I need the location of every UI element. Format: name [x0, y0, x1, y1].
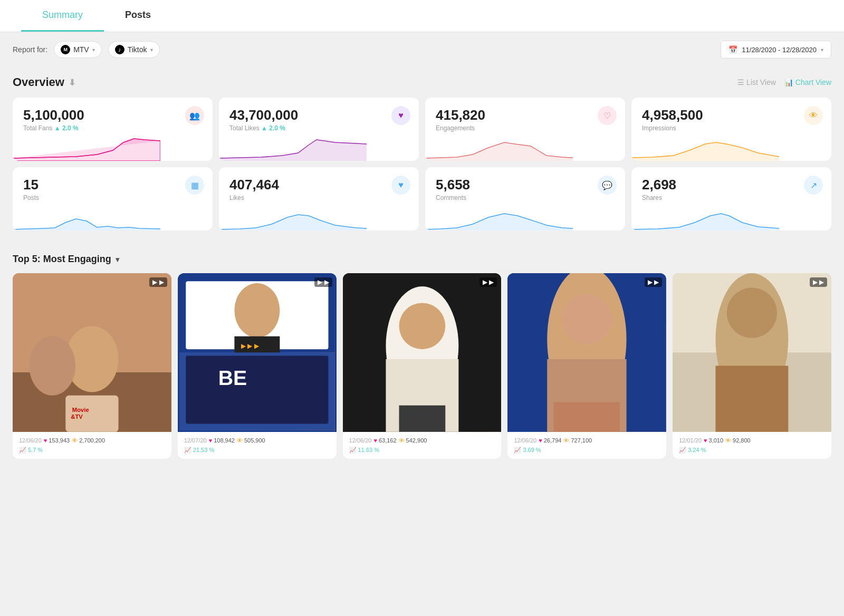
post-date-2: 12/07/20 [184, 437, 207, 444]
svg-rect-15 [199, 394, 315, 414]
post-views-4: 👁 727,100 [563, 437, 592, 444]
svg-text:Movie: Movie [72, 407, 89, 413]
post-image-4: ▶ ▶ [507, 273, 666, 432]
post-date-5: 12/01/20 [679, 437, 702, 444]
likes-label: Likes [229, 194, 408, 201]
date-range-label: 11/28/2020 - 12/28/2020 [742, 46, 817, 54]
post-growth-5: 📈 3.24 % [679, 447, 825, 454]
post-image-3: ▶ ▶ [343, 273, 502, 432]
top5-title: Top 5: Most Engaging [13, 254, 111, 265]
post-card-3[interactable]: ▶ ▶ 12/06/20 ♥ 63,162 👁 542,900 📈 11.63 … [343, 273, 502, 459]
post-likes-5: ♥ 3,010 [704, 437, 723, 444]
view-toggle: ☰ List View 📊 Chart View [737, 78, 831, 86]
post-thumbnail-4 [507, 273, 666, 432]
stat-card-posts: ▦ 15 Posts [13, 167, 213, 230]
shares-label: Shares [642, 194, 821, 201]
post-date-3: 12/06/20 [349, 437, 372, 444]
post-image-2: ▶ ▶ ▶ BE ▶ ▶ [178, 273, 337, 432]
fans-label: Total Fans ▲ 2.0 % [23, 124, 202, 132]
video-icon-4: ▶ ▶ [645, 277, 662, 287]
post-thumbnail-5 [673, 273, 831, 432]
svg-point-29 [727, 288, 777, 338]
post-growth-2: 📈 21.53 % [184, 447, 330, 454]
top5-dropdown-icon[interactable]: ▾ [116, 255, 119, 264]
engagements-label: Engagements [436, 124, 615, 132]
post-stats-2: 12/07/20 ♥ 108,942 👁 505,900 📈 21.53 % [178, 432, 337, 459]
posts-label: Posts [23, 194, 202, 201]
impressions-value: 4,958,500 [642, 107, 821, 123]
post-views-2: 👁 505,900 [237, 437, 265, 444]
list-icon: ☰ [737, 78, 744, 86]
post-growth-4: 📈 3.69 % [514, 447, 660, 454]
channel-dropdown[interactable]: M MTV ▾ [54, 41, 102, 58]
stat-card-likes: ♥ 407,464 Likes [219, 167, 419, 230]
post-thumbnail-1: Movie &TV [13, 273, 171, 432]
shares-icon: ↗ [804, 176, 823, 195]
post-stats-1: 12/06/20 ♥ 153,943 👁 2,700,200 📈 5.7 % [13, 432, 171, 459]
platform-dropdown[interactable]: ♪ Tiktok ▾ [108, 41, 160, 58]
stat-card-fans: 👥 5,100,000 Total Fans ▲ 2.0 % [13, 98, 213, 161]
stat-card-total-likes: ♥ 43,700,000 Total Likes ▲ 2.0 % [219, 98, 419, 161]
tab-summary[interactable]: Summary [21, 0, 104, 32]
chevron-down-icon-2: ▾ [150, 47, 153, 53]
post-thumbnail-3 [343, 273, 502, 432]
svg-point-3 [29, 336, 75, 396]
post-likes-4: ♥ 26,794 [539, 437, 561, 444]
date-range-button[interactable]: 📅 11/28/2020 - 12/28/2020 ▾ [721, 41, 831, 59]
chart-view-toggle[interactable]: 📊 Chart View [784, 78, 831, 86]
overview-header: Overview ⬇ ☰ List View 📊 Chart View [13, 75, 831, 89]
comments-value: 5,658 [436, 177, 615, 193]
top-tabs: Summary Posts [0, 0, 844, 32]
tab-posts[interactable]: Posts [104, 0, 172, 32]
impressions-icon: 👁 [804, 106, 823, 125]
post-card-4[interactable]: ▶ ▶ 12/06/20 ♥ 26,794 👁 727,100 📈 3.69 % [507, 273, 666, 459]
stat-card-shares: ↗ 2,698 Shares [631, 167, 831, 230]
post-stats-5: 12/01/20 ♥ 3,010 👁 92,800 📈 3.24 % [673, 432, 831, 459]
post-likes-2: ♥ 108,942 [209, 437, 235, 444]
post-stats-3: 12/06/20 ♥ 63,162 👁 542,900 📈 11.63 % [343, 432, 502, 459]
impressions-label: Impressions [642, 124, 821, 132]
post-card-2[interactable]: ▶ ▶ ▶ BE ▶ ▶ 12/07/20 ♥ 108,942 👁 505,90… [178, 273, 337, 459]
fans-value: 5,100,000 [23, 107, 202, 123]
comments-icon: 💬 [598, 176, 617, 195]
post-views-3: 👁 542,900 [399, 437, 427, 444]
stat-card-impressions: 👁 4,958,500 Impressions [631, 98, 831, 161]
total-likes-label: Total Likes ▲ 2.0 % [229, 124, 408, 132]
post-card-1[interactable]: Movie &TV ▶ ▶ 12/06/20 ♥ 153,943 👁 2,700… [13, 273, 171, 459]
posts-icon: ▦ [185, 176, 204, 195]
svg-point-19 [399, 303, 445, 349]
stat-card-engagements: ♡ 415,820 Engagements [425, 98, 625, 161]
posts-value: 15 [23, 177, 202, 193]
chevron-down-icon-3: ▾ [821, 47, 823, 53]
post-stats-4: 12/06/20 ♥ 26,794 👁 727,100 📈 3.69 % [507, 432, 666, 459]
comments-label: Comments [436, 194, 615, 201]
svg-point-10 [234, 283, 280, 338]
list-view-toggle[interactable]: ☰ List View [737, 78, 776, 86]
shares-value: 2,698 [642, 177, 821, 193]
video-icon-1: ▶ ▶ [149, 277, 167, 287]
overview-section: Overview ⬇ ☰ List View 📊 Chart View 👥 5,… [0, 67, 844, 245]
post-views-5: 👁 92,800 [725, 437, 751, 444]
post-views-1: 👁 2,700,200 [72, 437, 105, 444]
svg-rect-20 [399, 406, 445, 432]
toolbar: Report for: M MTV ▾ ♪ Tiktok ▾ 📅 11/28/2… [0, 32, 844, 67]
overview-title: Overview ⬇ [13, 75, 75, 89]
likes-icon: ♥ [391, 176, 410, 195]
calendar-icon: 📅 [728, 45, 737, 54]
posts-grid: Movie &TV ▶ ▶ 12/06/20 ♥ 153,943 👁 2,700… [13, 273, 831, 459]
video-icon-2: ▶ ▶ [314, 277, 332, 287]
svg-point-24 [562, 294, 612, 344]
engagements-icon: ♡ [598, 106, 617, 125]
likes-value: 407,464 [229, 177, 408, 193]
tiktok-icon: ♪ [115, 45, 124, 54]
post-thumbnail-2: ▶ ▶ ▶ BE [178, 273, 337, 432]
total-likes-value: 43,700,000 [229, 107, 408, 123]
post-card-5[interactable]: ▶ ▶ 12/01/20 ♥ 3,010 👁 92,800 📈 3.24 % [673, 273, 831, 459]
post-growth-3: 📈 11.63 % [349, 447, 495, 454]
post-growth-1: 📈 5.7 % [19, 447, 165, 454]
svg-rect-30 [716, 365, 789, 431]
video-icon-5: ▶ ▶ [810, 277, 827, 287]
total-likes-icon: ♥ [391, 106, 410, 125]
download-icon[interactable]: ⬇ [69, 78, 75, 88]
svg-text:&TV: &TV [71, 413, 83, 420]
